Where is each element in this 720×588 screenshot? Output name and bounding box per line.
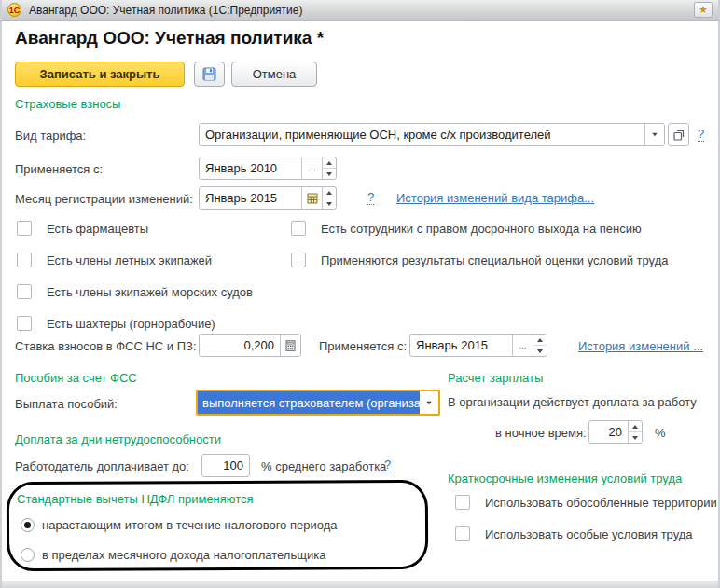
checkbox-flight-crews[interactable]: Есть члены летных экипажей [17, 253, 212, 267]
checkbox-early-pension[interactable]: Есть сотрудники с правом досрочного выхо… [291, 221, 642, 236]
section-short-term-header: Краткосрочные изменения условий труда [448, 472, 682, 485]
section-insurance-header: Страховые взносы [15, 97, 120, 111]
tariff-help-link[interactable]: ? [698, 128, 704, 142]
night-time-label: в ночное время: [495, 426, 587, 440]
benefit-payment-combobox[interactable]: выполняется страхователем (организа [196, 390, 440, 416]
section-disability-header: Доплата за дни нетрудоспособности [15, 432, 221, 446]
applies-from-field[interactable]: Январь 2010 ... [199, 157, 337, 180]
spin-down-icon[interactable] [323, 198, 336, 209]
spin-down-icon[interactable] [629, 432, 642, 443]
radio-unselected-icon [21, 548, 35, 562]
spin-down-icon[interactable] [533, 346, 547, 356]
app-window: 1С Авангард ООО: Учетная политика (1С:Пр… [0, 0, 720, 588]
save-and-close-button[interactable]: Записать и закрыть [15, 62, 185, 87]
tariff-open-button[interactable] [668, 123, 689, 146]
checkbox-miners[interactable]: Есть шахтеры (горнорабочие) [17, 316, 215, 331]
benefit-payment-dropdown-button[interactable] [420, 391, 438, 414]
spin-up-icon[interactable] [533, 335, 547, 346]
checkbox-label: Применяются результаты специальной оценк… [321, 253, 668, 267]
benefit-payment-selected-value: выполняется страхователем (организа [198, 391, 420, 414]
checkbox-icon [17, 316, 32, 331]
tariff-combobox[interactable]: Организации, применяющие ОСН, кроме с/х … [199, 123, 665, 146]
disability-field[interactable]: 100 [201, 454, 250, 477]
fss-rate-label: Ставка взносов в ФСС НС и ПЗ: [15, 339, 197, 353]
spin-up-icon[interactable] [323, 157, 336, 169]
checkbox-icon [17, 253, 32, 267]
checkbox-special-conditions[interactable]: Использовать особые условия труда [455, 526, 693, 541]
spin-up-icon[interactable] [629, 421, 642, 432]
checkbox-label: Использовать обособленные территории [485, 496, 717, 510]
floppy-disk-icon [202, 67, 216, 81]
applies-from-value: Январь 2010 [200, 157, 301, 179]
night-time-field[interactable]: 20 [588, 420, 643, 444]
chevron-down-icon [652, 133, 658, 137]
calendar-icon [307, 193, 318, 204]
checkbox-special-assessment[interactable]: Применяются результаты специальной оценк… [291, 253, 668, 267]
section-salary-header: Расчет зарплаты [448, 371, 543, 385]
spin-down-icon[interactable] [323, 169, 336, 179]
night-time-spinner[interactable] [628, 421, 642, 443]
checkbox-pharmacists[interactable]: Есть фармацевты [17, 221, 148, 236]
cancel-button[interactable]: Отмена [231, 62, 317, 87]
fss-rate-field[interactable]: 0,200 [199, 334, 301, 357]
radio-ndfl-monthly[interactable]: в пределах месячного дохода налогоплател… [21, 548, 325, 562]
checkbox-label: Использовать особые условия труда [485, 527, 693, 541]
tariff-value: Организации, применяющие ОСН, кроме с/х … [200, 124, 644, 145]
tariff-history-link[interactable]: История изменений вида тарифа... [396, 191, 594, 205]
radio-label: нарастающим итогом в течение налогового … [42, 518, 337, 532]
applies-from-label: Применяется с: [15, 162, 103, 176]
salary-night-work-text: В организации действует доплата за работ… [448, 395, 697, 409]
fss-applies-label: Применяется с: [319, 339, 407, 353]
section-ndfl-header: Стандартные вычеты НДФЛ применяются [17, 492, 254, 506]
disability-help-link[interactable]: ? [384, 458, 391, 472]
reg-month-calendar-button[interactable] [301, 187, 322, 209]
night-time-value: 20 [589, 421, 628, 443]
section-benefits-header: Пособия за счет ФСС [15, 371, 137, 385]
1c-logo-icon: 1С [7, 3, 21, 17]
checkbox-icon [17, 284, 32, 299]
tariff-dropdown-button[interactable] [644, 124, 664, 145]
benefit-payment-label: Выплата пособий: [15, 397, 118, 411]
reg-month-help-link[interactable]: ? [367, 191, 374, 205]
checkbox-icon [291, 253, 306, 267]
fss-rate-value: 0,200 [200, 335, 280, 356]
checkbox-icon [291, 221, 306, 236]
radio-selected-icon [21, 518, 35, 532]
tariff-label: Вид тарифа: [15, 129, 86, 143]
checkbox-separate-territories[interactable]: Использовать обособленные территории [455, 495, 717, 510]
fss-applies-spinner[interactable] [533, 335, 547, 356]
applies-from-more-button[interactable]: ... [301, 157, 322, 179]
checkbox-label: Есть шахтеры (горнорабочие) [47, 317, 215, 331]
window-title: Авангард ООО: Учетная политика (1С:Предп… [29, 4, 694, 17]
checkbox-label: Есть члены экипажей морских судов [47, 285, 253, 299]
night-time-percent-label: % [655, 426, 666, 440]
radio-ndfl-cumulative[interactable]: нарастающим итогом в течение налогового … [21, 518, 337, 532]
calculator-icon [285, 340, 296, 351]
checkbox-label: Есть члены летных экипажей [47, 253, 212, 267]
star-icon: ★ [699, 4, 708, 16]
favorite-star-button[interactable]: ★ [694, 2, 713, 18]
checkbox-icon [17, 221, 32, 236]
open-in-form-icon [673, 130, 685, 141]
spin-up-icon[interactable] [323, 187, 336, 198]
reg-month-spinner[interactable] [322, 187, 336, 209]
reg-month-label: Месяц регистрации изменений: [15, 192, 193, 206]
window-bottom-edge [2, 581, 718, 588]
fss-applies-more-button[interactable]: ... [512, 335, 533, 356]
checkbox-icon [455, 526, 470, 541]
title-bar: 1С Авангард ООО: Учетная политика (1С:Пр… [2, 0, 718, 21]
checkbox-label: Есть фармацевты [47, 222, 148, 236]
fss-applies-value: Январь 2015 [410, 335, 512, 356]
checkbox-icon [455, 495, 470, 510]
chevron-down-icon [426, 401, 432, 404]
fss-history-link[interactable]: История изменений ... [578, 339, 703, 353]
checkbox-sea-crews[interactable]: Есть члены экипажей морских судов [17, 284, 253, 299]
save-button[interactable] [194, 62, 225, 87]
reg-month-value: Январь 2015 [200, 187, 301, 209]
radio-label: в пределах месячного дохода налогоплател… [42, 548, 325, 562]
reg-month-field[interactable]: Январь 2015 [199, 186, 337, 210]
disability-value: 100 [202, 455, 249, 476]
fss-applies-field[interactable]: Январь 2015 ... [409, 334, 547, 357]
applies-from-spinner[interactable] [322, 157, 336, 179]
fss-rate-calculator-button[interactable] [280, 335, 300, 356]
